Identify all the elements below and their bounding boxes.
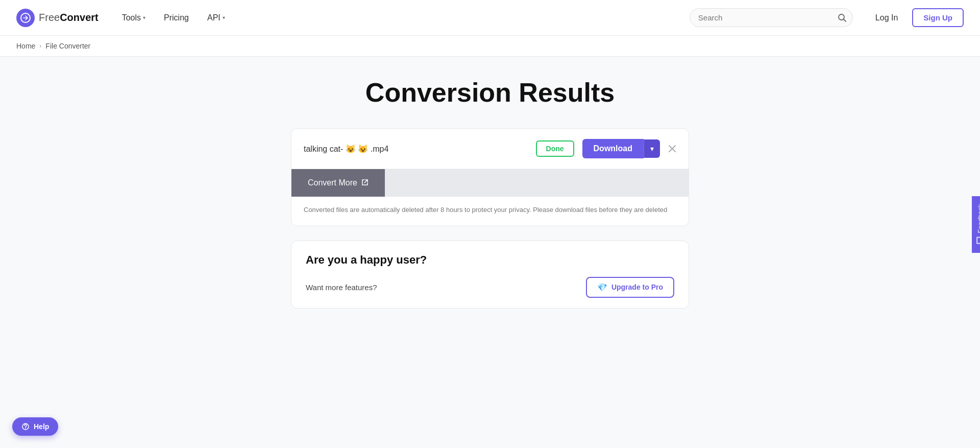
download-group: Download ▾ — [582, 139, 660, 158]
nav-pricing[interactable]: Pricing — [157, 9, 196, 27]
nav-api[interactable]: API ▾ — [200, 9, 232, 27]
done-badge: Done — [536, 140, 574, 157]
happy-card-body: Want more features? 💎 Upgrade to Pro — [291, 267, 689, 308]
logo[interactable]: FreeConvert — [16, 9, 99, 27]
signup-button[interactable]: Sign Up — [912, 8, 964, 27]
api-chevron-icon: ▾ — [223, 15, 225, 20]
nav-tools-label: Tools — [122, 13, 141, 22]
download-button[interactable]: Download — [582, 139, 644, 158]
happy-card-title: Are you a happy user? — [291, 241, 689, 267]
feedback-button[interactable]: Feedback — [972, 196, 980, 252]
search-area — [690, 8, 853, 27]
help-button[interactable]: Help — [12, 417, 58, 436]
nav-pricing-label: Pricing — [164, 13, 189, 22]
logo-convert-text: Convert — [60, 12, 99, 23]
nav-api-label: API — [207, 13, 220, 22]
main-content: Conversion Results talking cat- 😺 😺 .mp4… — [0, 57, 980, 443]
search-icon — [838, 13, 847, 22]
privacy-notice: Converted files are automatically delete… — [291, 197, 689, 226]
nav-links: Tools ▾ Pricing API ▾ — [115, 9, 673, 27]
nav-auth: Log In Sign Up — [869, 8, 964, 27]
nav-tools[interactable]: Tools ▾ — [115, 9, 153, 27]
help-label: Help — [34, 422, 49, 431]
breadcrumb-separator: › — [39, 42, 41, 50]
convert-more-area: Convert More — [291, 169, 689, 197]
want-features-label: Want more features? — [306, 283, 377, 292]
feedback-icon — [976, 236, 980, 244]
logo-icon — [16, 9, 35, 27]
external-link-icon — [361, 179, 369, 187]
svg-point-7 — [25, 428, 26, 429]
close-button[interactable] — [668, 145, 676, 153]
diamond-icon: 💎 — [597, 282, 607, 292]
login-button[interactable]: Log In — [869, 9, 904, 27]
logo-free-text: Free — [39, 12, 60, 23]
caret-down-icon: ▾ — [650, 145, 654, 153]
help-icon — [21, 422, 30, 431]
tools-chevron-icon: ▾ — [143, 15, 145, 20]
search-button[interactable] — [838, 13, 847, 22]
download-caret-button[interactable]: ▾ — [644, 139, 660, 158]
convert-more-label: Convert More — [308, 178, 357, 187]
search-input[interactable] — [690, 8, 853, 27]
svg-line-2 — [843, 19, 846, 21]
upgrade-button[interactable]: 💎 Upgrade to Pro — [586, 277, 674, 298]
file-conversion-card: talking cat- 😺 😺 .mp4 Done Download ▾ Co… — [291, 128, 689, 226]
navbar: FreeConvert Tools ▾ Pricing API ▾ Log In… — [0, 0, 980, 36]
breadcrumb-home[interactable]: Home — [16, 42, 35, 50]
convert-more-button[interactable]: Convert More — [291, 169, 385, 197]
breadcrumb-current: File Converter — [45, 42, 90, 50]
page-title: Conversion Results — [0, 77, 980, 108]
breadcrumb: Home › File Converter — [0, 36, 980, 57]
file-row: talking cat- 😺 😺 .mp4 Done Download ▾ — [291, 129, 689, 169]
svg-line-5 — [364, 180, 368, 183]
feedback-label: Feedback — [976, 204, 981, 233]
file-name: talking cat- 😺 😺 .mp4 — [304, 144, 528, 154]
upgrade-label: Upgrade to Pro — [611, 283, 663, 291]
close-icon — [668, 145, 676, 153]
happy-user-card: Are you a happy user? Want more features… — [291, 241, 689, 309]
